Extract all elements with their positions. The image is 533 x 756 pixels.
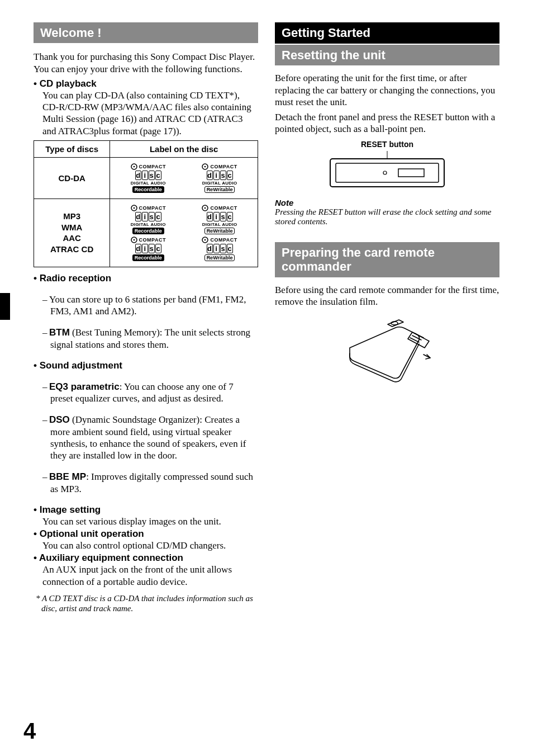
image-setting-head: • Image setting xyxy=(34,504,258,516)
reset-body-2: Detach the front panel and press the RES… xyxy=(275,111,499,135)
compact-disc-logo-rewritable-short: COMPACT disc ReWritable xyxy=(202,237,237,261)
table-row2-logos: COMPACT disc DIGITAL AUDIO Recordable CO… xyxy=(110,199,258,267)
optional-unit-head: • Optional unit operation xyxy=(34,528,258,540)
page-edge-tab xyxy=(0,293,10,320)
reset-button-diagram xyxy=(275,151,499,190)
svg-point-15 xyxy=(383,171,387,174)
chapter-heading: Getting Started xyxy=(275,22,499,44)
compact-disc-logo-recordable: COMPACT disc DIGITAL AUDIO Recordable xyxy=(131,163,166,193)
svg-rect-14 xyxy=(336,163,439,182)
page-number: 4 xyxy=(23,719,36,744)
table-row1-logos: COMPACT disc DIGITAL AUDIO Recordable CO… xyxy=(110,157,258,199)
note-body: Pressing the RESET button will erase the… xyxy=(275,207,499,227)
svg-point-9 xyxy=(133,239,135,240)
welcome-intro: Thank you for purchasing this Sony Compa… xyxy=(34,51,258,75)
table-row2-type: MP3 WMA AAC ATRAC CD xyxy=(34,199,110,267)
svg-point-11 xyxy=(204,239,206,240)
sound-item-1: –EQ3 parametric: You can choose any one … xyxy=(50,381,258,405)
svg-point-1 xyxy=(133,166,135,167)
table-header-type: Type of discs xyxy=(34,140,110,157)
radio-reception-head: • Radio reception xyxy=(34,273,258,284)
card-remote-diagram xyxy=(275,313,499,386)
heading-resetting: Resetting the unit xyxy=(275,45,499,65)
cd-text-footnote: * A CD TEXT disc is a CD-DA that include… xyxy=(34,593,258,613)
aux-head: • Auxiliary equipment connection xyxy=(34,552,258,564)
compact-disc-logo-recordable-short: COMPACT disc Recordable xyxy=(131,237,166,261)
sound-adjustment-head: • Sound adjustment xyxy=(34,360,258,371)
table-header-label: Label on the disc xyxy=(110,140,258,157)
reset-button-label: RESET button xyxy=(275,140,499,149)
sound-item-3: –BBE MP: Improves digitally compressed s… xyxy=(50,471,258,495)
radio-item-2: –BTM (Best Tuning Memory): The unit sele… xyxy=(50,327,258,351)
svg-point-7 xyxy=(204,207,206,209)
left-column: Welcome ! Thank you for purchasing this … xyxy=(34,22,258,622)
right-column: Getting Started Resetting the unit Befor… xyxy=(275,22,499,622)
optional-unit-body: You can also control optional CD/MD chan… xyxy=(42,540,258,551)
svg-point-5 xyxy=(133,207,135,209)
disc-table: Type of discs Label on the disc CD-DA CO… xyxy=(34,140,258,267)
heading-preparing-remote: Preparing the card remote commander xyxy=(275,242,499,277)
compact-disc-logo-recordable: COMPACT disc DIGITAL AUDIO Recordable xyxy=(131,205,166,234)
note-heading: Note xyxy=(275,198,499,207)
svg-rect-16 xyxy=(398,169,424,177)
cd-playback-head: • CD playback xyxy=(34,78,258,89)
sound-item-2: –DSO (Dynamic Soundstage Organizer): Cre… xyxy=(50,414,258,461)
aux-body: An AUX input jack on the front of the un… xyxy=(42,564,258,588)
svg-point-3 xyxy=(204,166,206,167)
radio-item-1: –You can store up to 6 stations per band… xyxy=(50,294,258,318)
prepare-body: Before using the card remote commander f… xyxy=(275,284,499,308)
table-row1-type: CD-DA xyxy=(34,157,110,199)
heading-welcome: Welcome ! xyxy=(34,22,258,43)
cd-playback-body: You can play CD-DA (also containing CD T… xyxy=(42,89,258,137)
compact-disc-logo-rewritable: COMPACT disc DIGITAL AUDIO ReWritable xyxy=(202,205,237,234)
compact-disc-logo-rewritable: COMPACT disc DIGITAL AUDIO ReWritable xyxy=(202,163,237,193)
reset-body-1: Before operating the unit for the first … xyxy=(275,72,499,108)
image-setting-body: You can set various display images on th… xyxy=(42,516,258,527)
